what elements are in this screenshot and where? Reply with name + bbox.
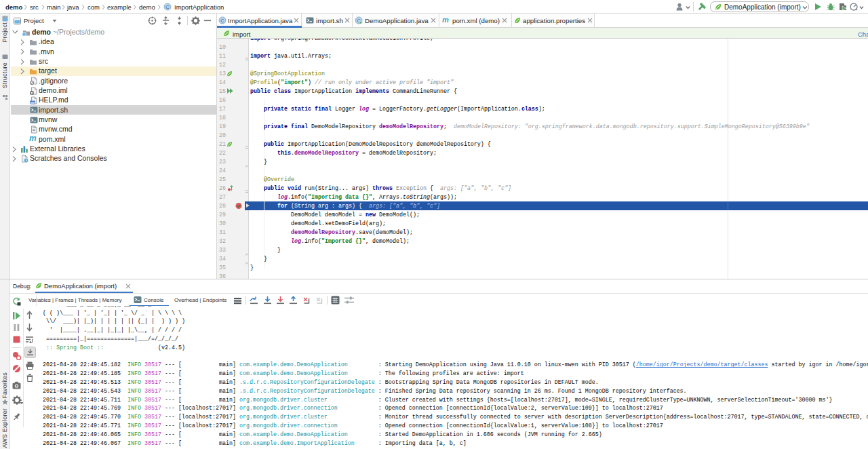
svg-text:C: C	[165, 4, 170, 10]
svg-text:C: C	[220, 18, 224, 24]
